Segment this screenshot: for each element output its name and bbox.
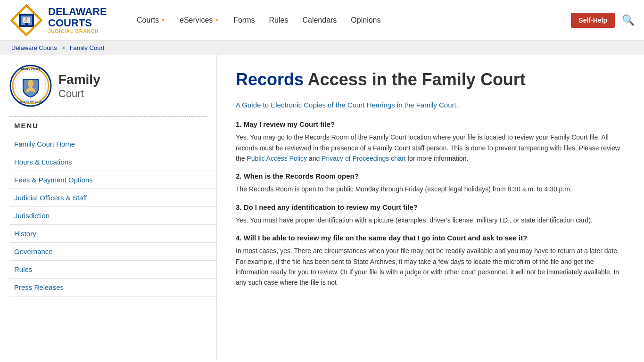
sidebar-item-history[interactable]: History <box>9 225 216 242</box>
sidebar-item-rules[interactable]: Rules <box>9 261 216 278</box>
nav-courts[interactable]: Courts ▼ <box>137 16 165 25</box>
faq-section: 1. May I review my Court file? Yes. You … <box>236 120 622 288</box>
menu-label: MENU <box>9 122 216 130</box>
main-layout: FAMILY COURT STATE OF DELAWARE Family Co… <box>0 55 644 361</box>
site-header: ⛪ DELAWARECOURTS JUDICIAL BRANCH Courts … <box>0 0 644 41</box>
court-seal-icon: FAMILY COURT STATE OF DELAWARE <box>9 65 52 107</box>
court-name-bold: Family <box>58 72 100 87</box>
faq-question-2: 2. When is the Records Room open? <box>236 172 622 180</box>
main-nav: Courts ▼ eServices ▼ Forms Rules Calenda… <box>137 16 571 25</box>
menu-item: Jurisdiction <box>9 207 216 225</box>
faq-answer-3: Yes. You must have proper identification… <box>236 215 622 225</box>
breadcrumb-home[interactable]: Delaware Courts <box>11 44 57 51</box>
sidebar-item-press-releases[interactable]: Press Releases <box>9 279 216 296</box>
sidebar: FAMILY COURT STATE OF DELAWARE Family Co… <box>0 55 217 361</box>
nav-eservices[interactable]: eServices ▼ <box>180 16 219 25</box>
sidebar-item-family-court-home[interactable]: Family Court Home <box>9 135 216 153</box>
faq-answer-1: Yes. You may go to the Records Room of t… <box>236 132 622 164</box>
breadcrumb-separator: > <box>61 44 65 51</box>
svg-text:FAMILY COURT: FAMILY COURT <box>21 68 41 71</box>
sidebar-item-hours-locations[interactable]: Hours & Locations <box>9 153 216 171</box>
menu-item: Fees & Payment Options <box>9 171 216 189</box>
sidebar-menu: Family Court Home Hours & Locations Fees… <box>9 135 216 296</box>
menu-item: Rules <box>9 261 216 279</box>
faq-question-4: 4. Will I be able to review my file on t… <box>236 234 622 242</box>
faq-question-3: 3. Do I need any identification to revie… <box>236 203 622 211</box>
sidebar-item-jurisdiction[interactable]: Jurisdiction <box>9 207 216 224</box>
nav-rules[interactable]: Rules <box>269 16 289 25</box>
public-access-policy-link[interactable]: Public Access Policy <box>247 155 307 162</box>
sidebar-item-fees-payment[interactable]: Fees & Payment Options <box>9 171 216 189</box>
faq-answer-2: The Records Room is open to the public M… <box>236 184 622 194</box>
menu-item: History <box>9 225 216 243</box>
svg-text:⛪: ⛪ <box>24 16 30 23</box>
nav-forms[interactable]: Forms <box>233 16 255 25</box>
logo-icon: ⛪ <box>9 3 43 37</box>
subtitle-link[interactable]: A Guide to Electronic Copies of the Cour… <box>236 101 622 109</box>
courts-dropdown-arrow: ▼ <box>161 17 165 23</box>
breadcrumb-current[interactable]: Family Court <box>70 44 105 51</box>
title-bold: Records <box>236 70 304 89</box>
svg-text:STATE OF DELAWARE: STATE OF DELAWARE <box>18 101 43 104</box>
org-name: DELAWARECOURTS <box>48 6 107 29</box>
menu-item: Family Court Home <box>9 135 216 153</box>
faq-question-1: 1. May I review my Court file? <box>236 120 622 128</box>
logo-text: DELAWARECOURTS JUDICIAL BRANCH <box>48 6 107 34</box>
sidebar-divider <box>9 116 207 117</box>
main-content: Records Access in the Family Court A Gui… <box>217 55 641 361</box>
menu-item: Judicial Officers & Staff <box>9 189 216 207</box>
privacy-proceedings-link[interactable]: Privacy of Proceedings chart <box>322 155 405 162</box>
title-rest: Access in the Family Court <box>304 70 526 89</box>
search-button[interactable]: 🔍 <box>622 14 635 26</box>
menu-item: Hours & Locations <box>9 153 216 171</box>
nav-calendars[interactable]: Calendars <box>302 16 337 25</box>
court-name: Family Court <box>58 72 100 100</box>
search-icon: 🔍 <box>622 14 635 26</box>
sidebar-item-judicial-officers[interactable]: Judicial Officers & Staff <box>9 189 216 206</box>
svg-rect-5 <box>25 23 28 26</box>
nav-opinions[interactable]: Opinions <box>351 16 380 25</box>
eservices-dropdown-arrow: ▼ <box>215 17 219 23</box>
header-actions: Self-Help 🔍 <box>571 13 635 28</box>
court-name-sub: Court <box>58 88 100 100</box>
logo-area: ⛪ DELAWARECOURTS JUDICIAL BRANCH <box>9 3 137 37</box>
menu-item: Governance <box>9 243 216 261</box>
page-title: Records Access in the Family Court <box>236 69 622 90</box>
org-subtitle: JUDICIAL BRANCH <box>48 29 107 34</box>
court-logo-area: FAMILY COURT STATE OF DELAWARE Family Co… <box>9 65 216 107</box>
self-help-button[interactable]: Self-Help <box>571 13 615 28</box>
svg-point-10 <box>28 80 33 87</box>
breadcrumb: Delaware Courts > Family Court <box>0 41 644 55</box>
menu-item: Press Releases <box>9 279 216 296</box>
sidebar-item-governance[interactable]: Governance <box>9 243 216 260</box>
faq-answer-4: In most cases, yes. There are circumstan… <box>236 246 622 288</box>
